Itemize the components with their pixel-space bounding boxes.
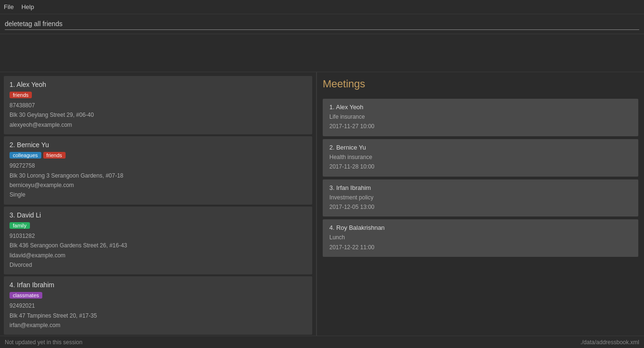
meeting-datetime: 2017-12-05 13:00 [329, 202, 632, 212]
tag-colleagues: colleagues [10, 152, 41, 159]
contact-card[interactable]: 1. Alex Yeohfriends87438807Blk 30 Geylan… [4, 76, 312, 134]
contact-detail: 92492021Blk 47 Tampines Street 20, #17-3… [10, 301, 307, 330]
contact-header: 2. Bernice Yu [10, 141, 307, 149]
status-right: ./data/addressbook.xml [580, 339, 639, 346]
meeting-name: 3. Irfan Ibrahim [329, 184, 632, 191]
main-content: 1. Alex Yeohfriends87438807Blk 30 Geylan… [0, 72, 644, 336]
contact-tags: friends [10, 91, 307, 101]
contact-card[interactable]: 3. David Lifamily91031282Blk 436 Serango… [4, 207, 312, 275]
tag-family: family [10, 222, 30, 229]
contacts-panel[interactable]: 1. Alex Yeohfriends87438807Blk 30 Geylan… [0, 72, 316, 336]
contact-tags: classmates [10, 292, 307, 301]
meeting-name: 2. Bernice Yu [329, 144, 632, 151]
meeting-detail: Health insurance [329, 152, 632, 162]
meeting-datetime: 2017-12-22 11:00 [329, 243, 632, 252]
meeting-card[interactable]: 3. Irfan IbrahimInvestment policy2017-12… [323, 179, 638, 217]
contact-tags: colleaguesfriends [10, 151, 307, 161]
meeting-name: 4. Roy Balakrishnan [329, 224, 632, 231]
meeting-card[interactable]: 1. Alex YeohLife insurance2017-11-27 10:… [323, 99, 638, 136]
contact-card[interactable]: 2. Bernice Yucolleaguesfriends99272758Bl… [4, 136, 312, 205]
contact-header: 4. Irfan Ibrahim [10, 281, 307, 289]
tag-classmates: classmates [10, 292, 42, 299]
meeting-detail: Lunch [329, 233, 632, 242]
menu-help[interactable]: Help [21, 3, 34, 10]
meeting-datetime: 2017-11-27 10:00 [329, 122, 632, 131]
output-area [0, 34, 644, 72]
contact-header: 1. Alex Yeoh [10, 81, 307, 88]
contact-detail: 91031282Blk 436 Serangoon Gardens Street… [10, 231, 307, 270]
tag-friends: friends [10, 92, 32, 98]
menu-bar: File Help [0, 0, 644, 14]
meeting-name: 1. Alex Yeoh [329, 103, 632, 111]
command-input[interactable] [5, 18, 639, 30]
meeting-card[interactable]: 4. Roy BalakrishnanLunch2017-12-22 11:00 [323, 219, 638, 257]
meeting-card[interactable]: 2. Bernice YuHealth insurance2017-11-28 … [323, 139, 638, 177]
meetings-panel[interactable]: Meetings 1. Alex YeohLife insurance2017-… [317, 72, 644, 336]
menu-file[interactable]: File [4, 3, 14, 10]
meeting-detail: Life insurance [329, 112, 632, 122]
meetings-title: Meetings [323, 76, 638, 94]
contact-detail: 87438807Blk 30 Geylang Street 29, #06-40… [10, 101, 307, 130]
tag-friends: friends [43, 152, 66, 159]
contact-detail: 99272758Blk 30 Lorong 3 Serangoon Garden… [10, 161, 307, 200]
contact-tags: family [10, 222, 307, 231]
contact-header: 3. David Li [10, 211, 307, 219]
meeting-datetime: 2017-11-28 10:00 [329, 162, 632, 171]
contact-card[interactable]: 4. Irfan Ibrahimclassmates92492021Blk 47… [4, 276, 312, 335]
status-left: Not updated yet in this session [5, 339, 82, 346]
meeting-detail: Investment policy [329, 193, 632, 202]
status-bar: Not updated yet in this session ./data/a… [0, 336, 644, 348]
command-bar [0, 14, 644, 34]
